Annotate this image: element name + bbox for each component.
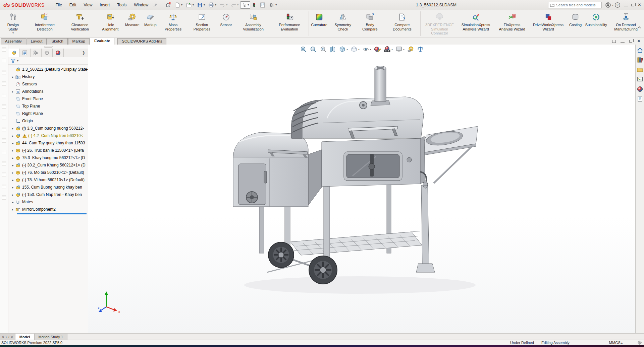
view-palette-button[interactable] — [636, 76, 644, 83]
tab-sketch[interactable]: Sketch — [47, 38, 67, 45]
dimxpertmanager-tab[interactable] — [42, 49, 53, 57]
tree-item-history[interactable]: ▸History — [8, 73, 88, 80]
ribbon-section-properties-button[interactable]: Section Properties — [187, 10, 217, 38]
expand-arrow-icon[interactable]: ▸ — [10, 141, 15, 145]
hide-show-items-button[interactable]: ▾ — [361, 45, 372, 53]
appearances-scenes-button[interactable] — [636, 85, 644, 93]
previous-view-button[interactable] — [318, 45, 327, 53]
tree-item-44-cum-tay-quay-khay-than-1150[interactable]: ▸44. Cum Tay quay khay than 11503 — [8, 139, 88, 147]
new-document-button-caret-icon[interactable]: ▾ — [181, 3, 182, 6]
left-strip-item-icon[interactable] — [1, 92, 7, 98]
menu-insert[interactable]: Insert — [96, 1, 113, 9]
ribbon-collapse-icon[interactable] — [637, 26, 641, 29]
units-caret-icon[interactable]: ▴ — [621, 341, 623, 344]
view-settings-button[interactable]: ▾ — [394, 45, 405, 53]
ribbon-hole-alignment-button[interactable]: Hole Alignment — [97, 10, 123, 38]
expand-arrow-icon[interactable]: ▸ — [10, 75, 15, 79]
file-properties-button[interactable] — [258, 1, 267, 9]
restore-button[interactable] — [631, 4, 634, 6]
tree-item-mirrorcomponent2[interactable]: ▸MirrorComponent2 — [8, 206, 88, 213]
expand-arrow-icon[interactable]: ▸ — [10, 90, 15, 93]
tree-item--150-cum-nap-tren-khay-ben[interactable]: ▸(-) 150. Cum Nap tren - Khay ben — [8, 191, 88, 198]
custom-properties-button[interactable] — [636, 95, 644, 102]
left-strip-item-icon[interactable] — [1, 69, 7, 75]
close-button[interactable]: ✕ — [638, 3, 641, 7]
solidworks-resources-button[interactable] — [636, 47, 644, 54]
view-orientation-caret-icon[interactable]: ▾ — [346, 48, 348, 51]
doc-restore-button[interactable] — [629, 40, 632, 43]
left-strip-item-icon[interactable] — [1, 126, 7, 132]
tab-layout[interactable]: Layout — [26, 38, 47, 45]
save-button[interactable]: ▾ — [196, 1, 206, 9]
menu-file[interactable]: File — [52, 1, 66, 9]
ribbon-sustainability-button[interactable]: Sustainability — [585, 10, 608, 38]
select-tool-button[interactable]: ▾ — [240, 1, 250, 9]
tree-item-origin[interactable]: Origin — [8, 117, 88, 125]
tree-item--78-vi-ham-560210-1-default-[interactable]: ▸(-) 78. Vi ham 560210<1> (Default) — [8, 176, 88, 184]
left-strip-item-icon[interactable] — [1, 47, 7, 52]
options-button[interactable]: ▾ — [267, 1, 278, 9]
view-orientation-button[interactable]: ▾ — [338, 45, 348, 53]
tree-item-sensors[interactable]: Sensors — [8, 80, 88, 88]
menu-edit[interactable]: Edit — [66, 1, 80, 9]
ribbon-simulationxpress-button[interactable]: SimulationXpress Analysis Wizard — [458, 10, 494, 38]
doc-minimize-button[interactable] — [621, 40, 625, 43]
tree-item--30-2-cum-khung-560212-1-d[interactable]: ▸(-) 30.2_Cum Khung 560212<1> (D — [8, 161, 88, 169]
hide-show-items-caret-icon[interactable]: ▾ — [370, 48, 371, 51]
redo-button[interactable]: ▾ — [229, 1, 240, 9]
print-button-caret-icon[interactable]: ▾ — [215, 3, 216, 6]
display-style-button[interactable]: ▾ — [350, 45, 360, 53]
tree-item-right-plane[interactable]: Right Plane — [8, 110, 88, 117]
zoom-to-fit-button[interactable] — [299, 45, 308, 53]
ribbon-floxpress-button[interactable]: FloXpress Analysis Wizard — [494, 10, 530, 38]
expand-arrow-icon[interactable]: ▸ — [10, 193, 15, 197]
ribbon-caret-icon[interactable]: ▾ — [12, 31, 14, 34]
status-tag-icon[interactable] — [637, 340, 642, 345]
minimize-button[interactable] — [624, 4, 628, 6]
tab-assembly[interactable]: Assembly — [1, 38, 26, 45]
ribbon-assembly-visualization-button[interactable]: Assembly Visualization — [235, 10, 271, 38]
nav-first-icon[interactable]: « — [1, 335, 5, 339]
user-account-icon[interactable] — [605, 2, 611, 8]
measure-quick-button[interactable] — [406, 45, 415, 53]
menu-tools[interactable]: Tools — [113, 1, 130, 9]
file-explorer-button[interactable] — [636, 66, 644, 73]
expand-arrow-icon[interactable]: ▸ — [10, 127, 15, 130]
redo-button-caret-icon[interactable]: ▾ — [237, 3, 238, 6]
ribbon-mass-properties-button[interactable]: Mass Properties — [159, 10, 187, 38]
tree-item-75-3-khay-hung-mo-560212-1-d[interactable]: ▸75.3_Khay hung mo 560212<1> (D — [8, 154, 88, 161]
tree-item-mates[interactable]: ▸Mates — [8, 198, 88, 206]
tab-evaluate[interactable]: Evaluate — [90, 38, 114, 45]
tree-item-annotations[interactable]: ▸AAnnotations — [8, 88, 88, 95]
left-strip-item-icon[interactable] — [1, 115, 7, 121]
ribbon-markup-button[interactable]: Markup — [141, 10, 159, 38]
help-icon[interactable]: ? — [614, 2, 621, 8]
tab-markup[interactable]: Markup — [68, 38, 90, 45]
ribbon-sensor-button[interactable]: Sensor — [217, 10, 235, 38]
ribbon-performance-button[interactable]: Performance Evaluation — [271, 10, 308, 38]
tab-solidworks-add-ins[interactable]: SOLIDWORKS Add-Ins — [117, 38, 166, 45]
left-strip-item-icon[interactable] — [1, 138, 7, 143]
open-button-caret-icon[interactable]: ▾ — [193, 3, 194, 6]
new-document-button[interactable]: ▾ — [173, 1, 184, 9]
left-strip-item-icon[interactable] — [1, 81, 7, 86]
search-input[interactable] — [556, 3, 604, 7]
expand-arrow-icon[interactable]: ▸ — [10, 171, 15, 175]
graphics-viewport[interactable]: ▾▾▾▾▾ — [88, 45, 635, 333]
doc-close-button[interactable]: ✕ — [637, 40, 641, 43]
left-strip-item-icon[interactable] — [1, 149, 7, 155]
status-units[interactable]: MMGS — [609, 341, 621, 345]
expand-arrow-icon[interactable]: ▸ — [10, 186, 15, 189]
ribbon-body-compare-button[interactable]: ?Body Compare — [357, 10, 383, 38]
edit-appearance-button[interactable] — [373, 45, 382, 53]
tree-item--4-2-cum-nap-tren-560210-[interactable]: ▸(-) 4.2_Cum Nap tren 560210< — [8, 132, 88, 139]
ribbon-measure-button[interactable]: Measure — [123, 10, 141, 38]
tab-model[interactable]: Model — [15, 334, 35, 340]
left-strip-item-icon[interactable] — [1, 58, 7, 64]
options-button-caret-icon[interactable]: ▾ — [275, 3, 277, 6]
expand-arrow-icon[interactable]: ▸ — [10, 178, 15, 182]
displaymanager-tab[interactable] — [53, 49, 64, 57]
expand-arrow-icon[interactable]: ▸ — [10, 200, 15, 204]
search-caret-icon[interactable]: ▾ — [612, 4, 613, 7]
menu-window[interactable]: Window — [130, 1, 152, 9]
